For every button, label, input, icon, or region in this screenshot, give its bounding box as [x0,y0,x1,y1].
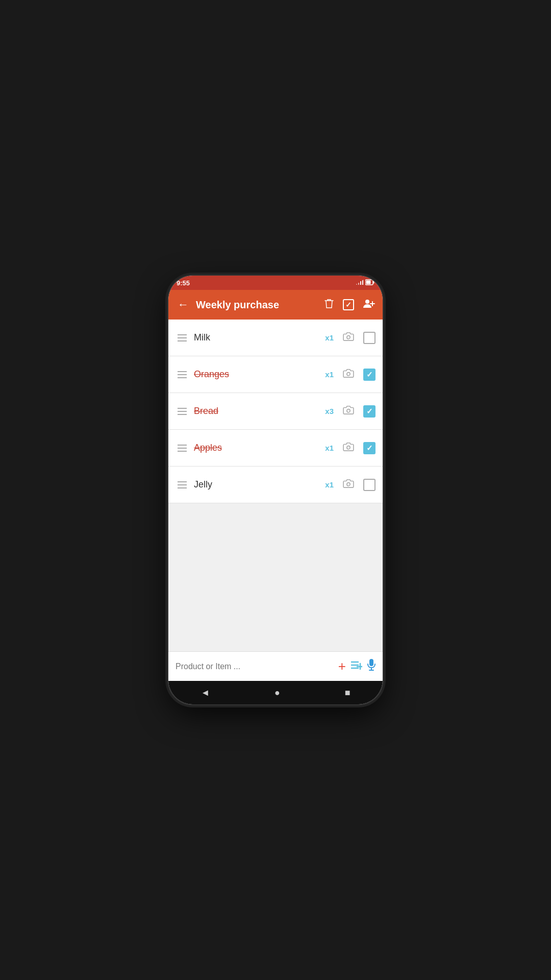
camera-button-0[interactable] [343,332,354,344]
item-name-4: Jelly [194,479,314,490]
list-item: Jelly x1 [168,467,383,503]
product-input[interactable] [176,662,333,671]
nav-bar: ◄ ● ■ [168,681,383,704]
svg-rect-6 [373,281,374,283]
item-qty-1: x1 [319,370,334,379]
item-qty-2: x3 [319,407,334,415]
mic-button[interactable] [367,659,375,674]
svg-point-14 [347,483,350,486]
phone-screen: 9:55 [168,276,383,704]
list-item: Bread x3 [168,393,383,430]
app-bar-actions [324,298,375,312]
item-name-0: Milk [194,332,314,343]
camera-button-3[interactable] [343,442,354,454]
add-item-button[interactable]: + [338,658,346,674]
svg-marker-3 [356,284,357,285]
app-bar: ← Weekly purchase [168,290,383,320]
signal-icon [356,279,363,287]
home-nav-button[interactable]: ● [264,683,290,702]
drag-handle-4[interactable] [176,479,189,491]
item-qty-3: x1 [319,444,334,452]
svg-point-7 [365,300,369,304]
camera-button-1[interactable] [343,369,354,380]
item-checkbox-4[interactable] [363,479,375,491]
status-time: 9:55 [177,279,190,287]
svg-rect-5 [366,280,371,284]
phone-frame: 9:55 [168,276,383,704]
list-item: Apples x1 [168,430,383,467]
item-checkbox-1[interactable] [363,369,375,381]
list-item: Oranges x1 [168,356,383,393]
drag-handle-2[interactable] [176,406,189,417]
delete-button[interactable] [324,298,334,312]
select-all-button[interactable] [343,299,354,310]
status-bar: 9:55 [168,276,383,290]
svg-rect-20 [369,659,373,666]
item-name-2: Bread [194,406,314,416]
status-icons [356,279,374,287]
item-checkbox-0[interactable] [363,332,375,344]
item-checkbox-2[interactable] [363,405,375,418]
back-button[interactable]: ← [176,296,191,313]
svg-point-13 [347,446,350,449]
camera-button-4[interactable] [343,479,354,491]
shopping-list: Milk x1 Oranges x1 [168,320,383,651]
svg-point-10 [347,336,350,339]
list-item: Milk x1 [168,320,383,356]
drag-handle-0[interactable] [176,332,189,344]
svg-point-11 [347,373,350,376]
item-qty-4: x1 [319,480,334,489]
battery-icon [365,279,374,287]
add-list-button[interactable] [351,660,362,672]
item-name-3: Apples [194,443,314,453]
drag-handle-1[interactable] [176,369,189,380]
svg-marker-0 [362,280,363,285]
item-checkbox-3[interactable] [363,442,375,454]
camera-button-2[interactable] [343,405,354,417]
svg-marker-2 [358,283,359,285]
back-nav-button[interactable]: ◄ [190,683,220,702]
page-title: Weekly purchase [196,299,319,311]
recent-nav-button[interactable]: ■ [335,683,361,702]
bottom-bar: + [168,651,383,681]
item-qty-0: x1 [319,333,334,342]
svg-point-12 [347,409,350,412]
svg-marker-1 [360,281,361,285]
drag-handle-3[interactable] [176,443,189,454]
add-person-button[interactable] [363,299,375,311]
item-name-1: Oranges [194,369,314,380]
